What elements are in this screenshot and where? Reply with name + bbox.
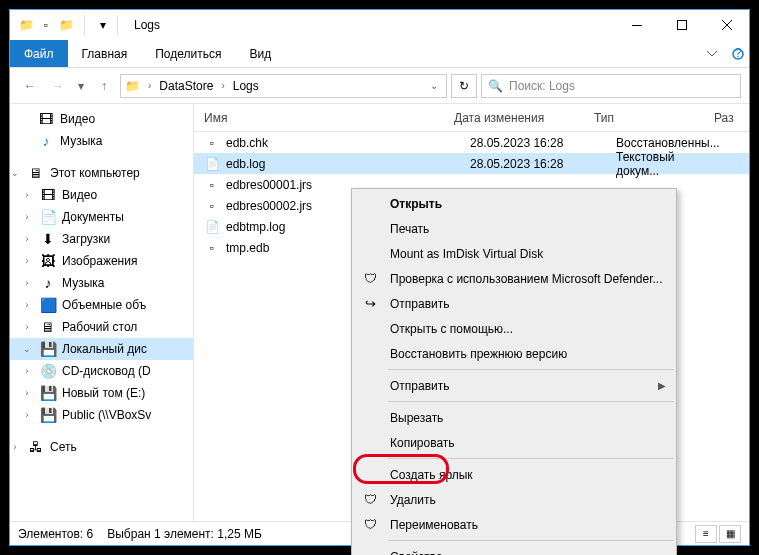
file-icon: 📄 <box>204 156 220 172</box>
music-icon: ♪ <box>38 133 54 149</box>
maximize-button[interactable] <box>659 10 704 40</box>
ctx-label: Отправить <box>390 297 450 311</box>
sidebar-item-music[interactable]: ♪Музыка <box>10 130 193 152</box>
file-icon: ▫ <box>204 198 220 214</box>
ctx-restore[interactable]: Восстановить прежнюю версию <box>352 341 676 366</box>
breadcrumb[interactable]: 📁 › DataStore › Logs ⌄ <box>120 74 447 98</box>
minimize-button[interactable] <box>614 10 659 40</box>
tab-share[interactable]: Поделиться <box>141 40 235 67</box>
file-name: edbres00002.jrs <box>226 199 312 213</box>
up-button[interactable]: ↑ <box>92 74 116 98</box>
view-icons-button[interactable]: ▦ <box>719 525 741 543</box>
ctx-send-to[interactable]: Отправить▶ <box>352 373 676 398</box>
sidebar-item-label: Сеть <box>50 440 77 454</box>
history-dropdown[interactable]: ▾ <box>74 74 88 98</box>
titlebar: 📁 ▫ 📁 ▾ Logs <box>10 10 749 40</box>
col-type[interactable]: Тип <box>584 104 704 131</box>
ctx-label: Проверка с использованием Microsoft Defe… <box>390 272 663 286</box>
file-icon: ▫ <box>204 177 220 193</box>
ctx-open-with[interactable]: Открыть с помощью... <box>352 316 676 341</box>
sidebar-item-label: Музыка <box>60 134 102 148</box>
ctx-shortcut[interactable]: Создать ярлык <box>352 462 676 487</box>
tab-home[interactable]: Главная <box>68 40 142 67</box>
sidebar-item-label: Документы <box>62 210 124 224</box>
item-icon: 📄 <box>40 209 56 225</box>
file-name: edb.chk <box>226 136 268 150</box>
chevron-right-icon[interactable]: › <box>217 80 228 91</box>
ctx-share[interactable]: ↪Отправить <box>352 291 676 316</box>
refresh-button[interactable]: ↻ <box>451 74 477 98</box>
sidebar-item[interactable]: ›💿CD-дисковод (D <box>10 360 193 382</box>
item-icon: 💾 <box>40 385 56 401</box>
sidebar-item-label: Public (\\VBoxSv <box>62 408 151 422</box>
back-button[interactable]: ← <box>18 74 42 98</box>
ctx-rename[interactable]: 🛡Переименовать <box>352 512 676 537</box>
ctx-properties[interactable]: Свойства <box>352 544 676 555</box>
uac-shield-icon: 🛡 <box>362 517 378 533</box>
sidebar-item[interactable]: ›🖥Рабочий стол <box>10 316 193 338</box>
item-icon: 🎞 <box>40 187 56 203</box>
col-name[interactable]: Имя <box>194 104 444 131</box>
ctx-defender[interactable]: 🛡Проверка с использованием Microsoft Def… <box>352 266 676 291</box>
view-details-button[interactable]: ≡ <box>695 525 717 543</box>
expand-icon[interactable]: › <box>10 442 20 452</box>
col-size[interactable]: Раз <box>704 104 749 131</box>
file-name: edb.log <box>226 157 265 171</box>
chevron-right-icon[interactable]: › <box>144 80 155 91</box>
sidebar-item[interactable]: ›⬇Загрузки <box>10 228 193 250</box>
sidebar-item-label: Этот компьютер <box>50 166 140 180</box>
item-icon: 🖼 <box>40 253 56 269</box>
sidebar-item[interactable]: ›♪Музыка <box>10 272 193 294</box>
shield-icon: 🛡 <box>362 271 378 287</box>
tab-view[interactable]: Вид <box>235 40 285 67</box>
help-button[interactable]: ? <box>727 40 749 67</box>
sidebar-item[interactable]: ›💾Public (\\VBoxSv <box>10 404 193 426</box>
breadcrumb-item[interactable]: DataStore <box>159 79 213 93</box>
ctx-copy[interactable]: Копировать <box>352 430 676 455</box>
col-date[interactable]: Дата изменения <box>444 104 584 131</box>
ctx-label: Переименовать <box>390 518 478 532</box>
forward-button[interactable]: → <box>46 74 70 98</box>
ctx-cut[interactable]: Вырезать <box>352 405 676 430</box>
sidebar-item-network[interactable]: ›🖧Сеть <box>10 436 193 458</box>
close-button[interactable] <box>704 10 749 40</box>
separator <box>388 540 674 541</box>
item-icon: 💿 <box>40 363 56 379</box>
item-icon: 💾 <box>40 341 56 357</box>
breadcrumb-item[interactable]: Logs <box>233 79 259 93</box>
separator <box>117 15 118 35</box>
folder-icon: 📁 <box>18 17 34 33</box>
sidebar-item[interactable]: ⌄💾Локальный дис <box>10 338 193 360</box>
file-row[interactable]: 📄edb.log28.05.2023 16:28Текстовый докум.… <box>194 153 749 174</box>
separator <box>388 458 674 459</box>
sidebar-item[interactable]: ›🎞Видео <box>10 184 193 206</box>
sidebar-item-label: Рабочий стол <box>62 320 137 334</box>
collapse-icon[interactable]: ⌄ <box>10 168 20 178</box>
qat-dropdown-icon[interactable]: ▾ <box>95 17 111 33</box>
new-folder-icon[interactable]: 📁 <box>58 17 74 33</box>
status-selected: Выбран 1 элемент: 1,25 МБ <box>107 527 262 541</box>
svg-rect-0 <box>632 25 642 26</box>
ctx-delete[interactable]: 🛡Удалить <box>352 487 676 512</box>
sidebar-item[interactable]: ›📄Документы <box>10 206 193 228</box>
properties-icon[interactable]: ▫ <box>38 17 54 33</box>
quick-access-toolbar: 📁 ▫ 📁 ▾ <box>18 15 111 35</box>
sidebar-item[interactable]: ›🖼Изображения <box>10 250 193 272</box>
sidebar-item-pc[interactable]: ⌄🖥Этот компьютер <box>10 162 193 184</box>
ctx-print[interactable]: Печать <box>352 216 676 241</box>
sidebar-item[interactable]: ›💾Новый том (E:) <box>10 382 193 404</box>
window-title: Logs <box>134 18 160 32</box>
file-tab[interactable]: Файл <box>10 40 68 67</box>
search-input[interactable]: 🔍 Поиск: Logs <box>481 74 741 98</box>
sidebar-item-label: Музыка <box>62 276 104 290</box>
sidebar-item-label: Видео <box>60 112 95 126</box>
ctx-mount[interactable]: Mount as ImDisk Virtual Disk <box>352 241 676 266</box>
chevron-down-icon[interactable]: ⌄ <box>426 80 442 91</box>
ctx-open[interactable]: Открыть <box>352 191 676 216</box>
sidebar: 🎞Видео ♪Музыка ⌄🖥Этот компьютер ›🎞Видео›… <box>10 104 194 521</box>
sidebar-item[interactable]: ›🟦Объемные объ <box>10 294 193 316</box>
ctx-label: Удалить <box>390 493 436 507</box>
sidebar-item-video[interactable]: 🎞Видео <box>10 108 193 130</box>
file-date: 28.05.2023 16:28 <box>460 153 600 174</box>
expand-ribbon-button[interactable] <box>697 40 727 67</box>
